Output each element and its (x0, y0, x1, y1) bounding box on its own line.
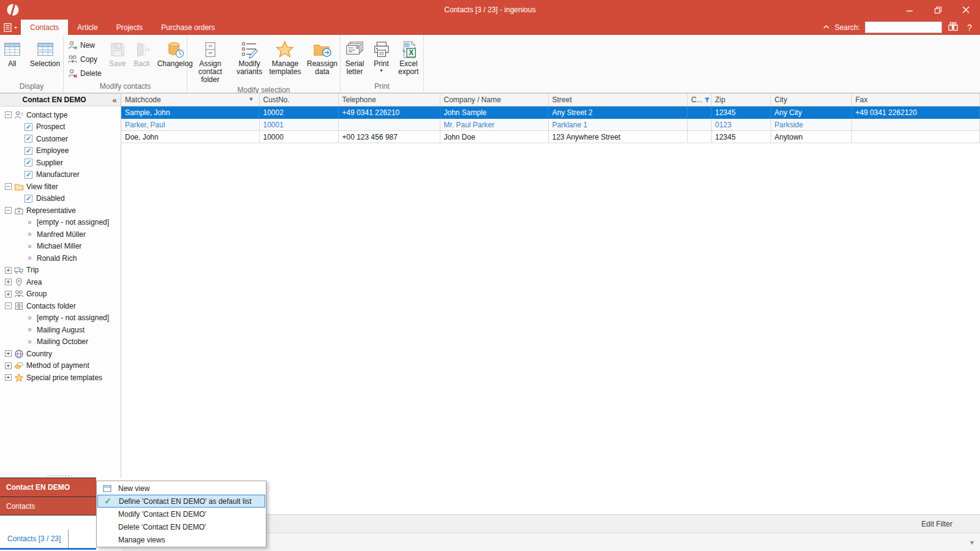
checkbox-checked-icon[interactable]: ✓ (24, 147, 32, 155)
copy-button[interactable]: Copy (67, 53, 102, 66)
expand-node-icon[interactable]: + (5, 362, 12, 369)
help-icon[interactable]: ? (964, 23, 975, 32)
tree-item-prospect[interactable]: ✓Prospect (0, 121, 121, 133)
delete-button[interactable]: Delete (67, 67, 102, 80)
tab-contacts-count[interactable]: Contacts [3 / 23] (0, 530, 69, 548)
expand-node-icon[interactable]: + (5, 267, 12, 274)
tree-item-supplier[interactable]: ✓Supplier (0, 157, 121, 169)
collapse-node-icon[interactable]: − (5, 207, 12, 214)
checkbox-checked-icon[interactable]: ✓ (24, 195, 32, 203)
expand-node-icon[interactable]: + (5, 279, 12, 285)
column-header-company-name[interactable]: Company / Name (440, 94, 548, 107)
radio-icon[interactable] (28, 328, 31, 331)
menu-item-modify-view[interactable]: Modify 'Contact EN DEMO' (97, 508, 265, 520)
tree-group-method-of-payment[interactable]: + Method of payment (0, 360, 121, 372)
tree-item-mailing-october[interactable]: Mailing October (0, 336, 121, 348)
column-header-zip[interactable]: Zip (711, 94, 771, 107)
print-button[interactable]: Print ▾ (369, 38, 393, 74)
all-button[interactable]: All (1, 38, 24, 69)
radio-icon[interactable] (28, 317, 31, 320)
radio-icon[interactable] (28, 233, 31, 236)
print-dropdown-icon[interactable]: ▾ (380, 68, 383, 73)
tree-group-contacts-folder[interactable]: − Contacts folder (0, 300, 121, 312)
minimize-button[interactable] (895, 0, 924, 20)
modify-variants-button[interactable]: Modify variants (233, 38, 265, 77)
selection-button[interactable]: Selection (28, 38, 62, 69)
menu-item-new-view[interactable]: New view (97, 482, 265, 495)
radio-icon[interactable] (28, 340, 31, 343)
person-add-icon (67, 40, 78, 50)
tree-item-rep-manfred[interactable]: Manfred Müller (0, 228, 121, 241)
tabstrip-dropdown-icon[interactable]: ▾ (970, 538, 974, 547)
tree-group-area[interactable]: + Area (0, 276, 121, 288)
tree-item-mailing-august[interactable]: Mailing August (0, 324, 121, 336)
tree-item-employee[interactable]: ✓Employee (0, 145, 121, 157)
tree-group-representative[interactable]: − Representative (0, 204, 121, 217)
column-header-matchcode[interactable]: Matchcode▼ (121, 94, 259, 107)
expand-node-icon[interactable]: + (5, 350, 12, 357)
tab-contacts[interactable]: Contacts (21, 20, 68, 35)
column-header-city[interactable]: City (771, 94, 851, 107)
checkbox-checked-icon[interactable]: ✓ (24, 135, 32, 143)
restore-button[interactable] (924, 0, 952, 20)
checkbox-checked-icon[interactable]: ✓ (24, 123, 32, 131)
manage-templates-button[interactable]: Manage templates (266, 38, 304, 77)
menu-item-delete-view[interactable]: Delete 'Contact EN DEMO' (97, 520, 265, 533)
tree-group-view-filter[interactable]: − View filter (0, 181, 121, 193)
briefcase-icon (14, 206, 24, 216)
tab-purchase-orders[interactable]: Purchase orders (152, 20, 224, 35)
column-header-c[interactable]: C... (687, 94, 711, 107)
expand-node-icon[interactable]: + (5, 291, 12, 298)
tree-group-special-price-templates[interactable]: + Special price templates (0, 372, 121, 384)
new-button[interactable]: New (67, 39, 102, 51)
sidebar-splitter-handle[interactable]: ......... (0, 471, 121, 478)
column-header-street[interactable]: Street (548, 94, 687, 107)
reassign-data-button[interactable]: Reassign data (305, 38, 339, 77)
tab-article[interactable]: Article (68, 20, 107, 35)
save-button[interactable]: Save (106, 38, 129, 69)
grid-row-doe-john[interactable]: Doe, John 10000 +00 123 456 987 John Doe… (121, 131, 980, 143)
radio-icon[interactable] (28, 257, 31, 260)
collapse-ribbon-icon[interactable] (823, 23, 830, 32)
checkbox-checked-icon[interactable]: ✓ (24, 159, 32, 167)
grid-row-sample-john[interactable]: Sample, John 10002 +49 0341 226210 John … (121, 107, 980, 119)
binoculars-icon[interactable] (947, 21, 959, 34)
close-button[interactable] (952, 0, 980, 20)
tree-group-country[interactable]: + Country (0, 348, 121, 360)
grid-row-parker-paul[interactable]: Parker, Paul 10001 Mr. Paul Parker Parkl… (121, 119, 980, 131)
radio-icon[interactable] (28, 221, 31, 224)
tree-item-manufacturer[interactable]: ✓Manufacturer (0, 169, 121, 181)
excel-export-button[interactable]: X Excel export (394, 38, 423, 77)
edit-filter-button[interactable]: Edit Filter (921, 520, 952, 528)
collapse-node-icon[interactable]: − (5, 302, 12, 309)
collapse-node-icon[interactable]: − (5, 111, 12, 118)
tree-item-rep-michael[interactable]: Michael Miller (0, 241, 121, 253)
menu-item-manage-views[interactable]: Manage views (97, 533, 265, 546)
tree-group-trip[interactable]: + Trip (0, 264, 121, 277)
tree-group-group[interactable]: + Group (0, 288, 121, 301)
radio-icon[interactable] (28, 245, 31, 248)
back-button[interactable]: Back (130, 38, 154, 69)
tree-item-rep-ronald[interactable]: Ronald Rich (0, 252, 121, 264)
tree-item-customer[interactable]: ✓Customer (0, 133, 121, 145)
column-header-fax[interactable]: Fax (851, 94, 980, 107)
main-menu-button[interactable] (0, 20, 21, 35)
tab-projects[interactable]: Projects (107, 20, 152, 35)
expand-node-icon[interactable]: + (5, 374, 12, 381)
menu-item-define-default-list[interactable]: ✓ Define 'Contact EN DEMO' as default li… (97, 495, 265, 508)
serial-letter-button[interactable]: Serial letter (341, 38, 368, 77)
collapse-node-icon[interactable]: − (5, 183, 12, 190)
checkbox-checked-icon[interactable]: ✓ (24, 171, 32, 179)
tree-item-folder-empty[interactable]: [empty - not assigned] (0, 312, 121, 324)
assign-contact-folder-button[interactable]: Assign contact folder (188, 38, 232, 85)
view-item-contacts[interactable]: Contacts (0, 497, 96, 515)
view-item-contact-en-demo[interactable]: Contact EN DEMO (0, 478, 96, 497)
column-header-telephone[interactable]: Telephone (338, 94, 440, 107)
tree-item-disabled[interactable]: ✓Disabled (0, 193, 121, 205)
tree-item-rep-empty[interactable]: [empty - not assigned] (0, 217, 121, 229)
tree-group-contact-type[interactable]: − ? Contact type (0, 109, 121, 121)
collapse-sidebar-icon[interactable]: « (108, 96, 121, 105)
filter-funnel-icon[interactable] (704, 96, 710, 105)
search-input[interactable] (865, 21, 942, 33)
column-header-custno[interactable]: CustNo. (259, 94, 338, 107)
